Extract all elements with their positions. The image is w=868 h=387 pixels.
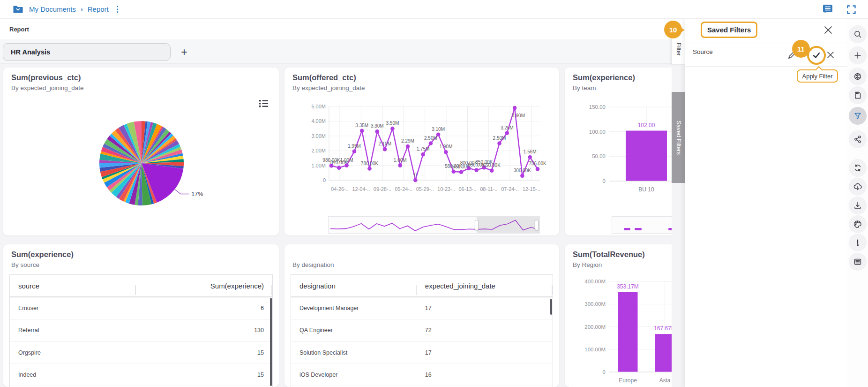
data-point[interactable] bbox=[474, 168, 479, 172]
svg-text:10-23-..: 10-23-.. bbox=[437, 186, 455, 192]
data-point[interactable] bbox=[497, 141, 501, 145]
column-header[interactable]: designation bbox=[291, 282, 417, 290]
table-scrollbar[interactable] bbox=[270, 298, 272, 386]
bar[interactable] bbox=[618, 292, 638, 372]
refresh-button[interactable] bbox=[849, 159, 867, 177]
scrubber-handle-right[interactable] bbox=[535, 220, 539, 230]
data-point[interactable] bbox=[505, 131, 509, 135]
alerts-button[interactable] bbox=[849, 234, 867, 251]
range-scrubber[interactable] bbox=[328, 216, 540, 234]
themes-button[interactable] bbox=[849, 215, 867, 233]
data-point[interactable] bbox=[352, 150, 357, 154]
remove-filter-icon[interactable] bbox=[827, 51, 834, 59]
pie-chart[interactable]: 17% bbox=[69, 111, 224, 220]
filter-button[interactable] bbox=[849, 107, 867, 125]
tool-sidebar bbox=[847, 19, 868, 387]
data-point[interactable] bbox=[360, 129, 364, 133]
data-point[interactable] bbox=[429, 141, 433, 145]
panel-title: Saved Filters bbox=[701, 22, 757, 38]
divider bbox=[685, 66, 847, 67]
data-point[interactable] bbox=[406, 144, 410, 149]
share-button[interactable] bbox=[849, 130, 867, 148]
data-point[interactable] bbox=[444, 150, 448, 154]
column-header[interactable]: expected_joining_date bbox=[417, 282, 553, 290]
download-button[interactable] bbox=[849, 197, 867, 214]
cloud-download-button[interactable] bbox=[849, 178, 867, 196]
vertical-tab-filter[interactable]: Filter bbox=[672, 34, 685, 64]
comments-button[interactable] bbox=[849, 253, 867, 271]
breadcrumb-root[interactable]: My Documents bbox=[29, 5, 76, 13]
column-header[interactable]: Sum(experience) bbox=[136, 282, 272, 290]
line-chart[interactable]: 5.00M4.00M3.00M2.00M1.00M004-26-..12-04-… bbox=[303, 101, 556, 199]
panel-close-button[interactable] bbox=[822, 24, 834, 36]
data-point[interactable] bbox=[528, 155, 532, 159]
themes-icon bbox=[853, 220, 862, 229]
table-row[interactable]: QA Engineer72 bbox=[291, 319, 553, 341]
row-label: iOS Developer bbox=[291, 372, 417, 378]
top-bar: My Documents › Report ⋮ bbox=[0, 0, 868, 19]
data-point[interactable] bbox=[490, 168, 494, 173]
card-title: Sum(offered_ctc) bbox=[292, 73, 356, 82]
row-label: Emuser bbox=[10, 305, 136, 311]
card-subtitle: By expected_joining_date bbox=[292, 84, 365, 91]
bar[interactable] bbox=[626, 131, 667, 181]
scrubber-selection[interactable] bbox=[477, 217, 540, 233]
data-point[interactable] bbox=[536, 167, 540, 171]
breadcrumb-separator: › bbox=[81, 6, 83, 13]
tab-hr-analysis[interactable]: HR Analysis bbox=[3, 43, 171, 61]
data-point[interactable] bbox=[375, 129, 380, 134]
fullscreen-icon[interactable] bbox=[847, 5, 856, 14]
kebab-menu-icon[interactable]: ⋮ bbox=[113, 7, 121, 12]
data-point[interactable] bbox=[390, 127, 395, 131]
breadcrumb-current[interactable]: Report bbox=[88, 5, 109, 13]
row-value: 15 bbox=[136, 372, 272, 378]
legend-list-icon[interactable] bbox=[259, 99, 268, 109]
filter-icon bbox=[853, 111, 862, 121]
scrubber-handle-left[interactable] bbox=[475, 220, 479, 230]
data-table: sourceSum(experience)Emuser6Referral130O… bbox=[9, 274, 273, 387]
table-row[interactable]: iOS Developer16 bbox=[291, 364, 553, 386]
column-header[interactable]: source bbox=[10, 282, 136, 290]
data-point[interactable] bbox=[513, 106, 517, 110]
row-value: 15 bbox=[136, 349, 272, 356]
data-point[interactable] bbox=[398, 163, 402, 167]
svg-text:Asia: Asia bbox=[659, 377, 671, 384]
data-point[interactable] bbox=[413, 178, 418, 182]
folder-icon[interactable] bbox=[13, 5, 23, 14]
svg-text:150.00: 150.00 bbox=[589, 104, 606, 110]
data-point[interactable] bbox=[337, 166, 341, 170]
table-row[interactable]: Referral130 bbox=[10, 319, 272, 341]
apply-filter-tooltip: Apply Filter bbox=[797, 69, 838, 83]
row-label: Development Manager bbox=[291, 305, 417, 311]
comments-icon[interactable] bbox=[823, 4, 833, 15]
data-point[interactable] bbox=[520, 174, 524, 178]
cloud-download-icon bbox=[853, 182, 862, 191]
data-point[interactable] bbox=[459, 170, 464, 174]
vertical-tab-saved-filters[interactable]: Saved Filters bbox=[672, 92, 685, 183]
zia-insights-button[interactable] bbox=[849, 68, 867, 85]
card-title: Sum(experience) bbox=[573, 73, 635, 82]
search-button[interactable] bbox=[849, 25, 867, 43]
table-row[interactable]: Solution Specialist17 bbox=[291, 342, 553, 364]
data-point[interactable] bbox=[344, 163, 349, 167]
divider bbox=[685, 43, 847, 43]
table-row[interactable]: Indeed15 bbox=[10, 364, 272, 386]
add-button[interactable] bbox=[849, 46, 867, 64]
data-point[interactable] bbox=[367, 167, 372, 171]
line-chart-svg: 5.00M4.00M3.00M2.00M1.00M004-26-..12-04-… bbox=[303, 101, 556, 197]
svg-text:1.00M: 1.00M bbox=[311, 163, 326, 168]
data-point[interactable] bbox=[383, 147, 387, 152]
data-point[interactable] bbox=[421, 152, 425, 157]
data-button[interactable] bbox=[849, 86, 867, 104]
panel-body: Saved Filters Source Apply Filter bbox=[685, 19, 847, 387]
share-icon bbox=[853, 135, 862, 144]
table-row[interactable]: Orgspire15 bbox=[10, 342, 272, 364]
data-point[interactable] bbox=[451, 170, 456, 174]
svg-text:102.00: 102.00 bbox=[638, 122, 655, 129]
table-scrollbar[interactable] bbox=[550, 299, 552, 315]
table-row[interactable]: Emuser6 bbox=[10, 297, 272, 319]
tooltip-notch bbox=[816, 66, 822, 73]
table-row[interactable]: Development Manager17 bbox=[291, 297, 553, 319]
add-tab-button[interactable]: + bbox=[175, 43, 193, 61]
data-point[interactable] bbox=[436, 132, 441, 137]
